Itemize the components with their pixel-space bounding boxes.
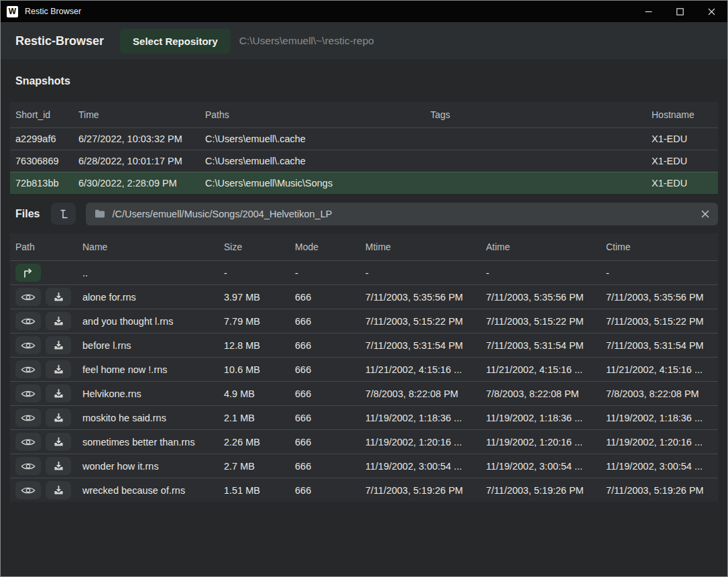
parent-dir-row[interactable]: ..----- bbox=[10, 260, 718, 284]
file-atime: 7/8/2003, 8:22:08 PM bbox=[481, 388, 601, 399]
file-mode: 666 bbox=[290, 364, 360, 375]
file-ctime: 7/11/2003, 5:15:22 PM bbox=[601, 316, 718, 327]
column-header-mode: Mode bbox=[290, 242, 360, 252]
file-atime: 11/19/2002, 3:00:54 ... bbox=[481, 461, 601, 472]
file-row[interactable]: alone for.rns3.97 MB6667/11/2003, 5:35:5… bbox=[10, 284, 718, 309]
column-header-tags: Tags bbox=[425, 109, 646, 120]
snapshot-hostname: X1-EDU bbox=[646, 134, 718, 144]
eye-icon bbox=[21, 389, 36, 399]
preview-file-button[interactable] bbox=[15, 384, 41, 403]
column-header-path: Path bbox=[10, 242, 77, 252]
eye-icon bbox=[21, 413, 36, 423]
file-name: moskito he said.rns bbox=[77, 413, 219, 423]
restore-file-button[interactable] bbox=[46, 409, 71, 427]
close-button[interactable] bbox=[696, 1, 727, 22]
row-actions bbox=[10, 312, 77, 330]
file-row[interactable]: feel home now !.rns10.6 MB66611/21/2002,… bbox=[10, 357, 718, 381]
restore-file-button[interactable] bbox=[46, 384, 71, 403]
maximize-icon bbox=[676, 8, 684, 15]
file-name: alone for.rns bbox=[77, 292, 219, 303]
file-mode: 666 bbox=[290, 340, 360, 351]
minimize-button[interactable] bbox=[633, 1, 664, 22]
file-row[interactable]: before l.rns12.8 MB6667/11/2003, 5:31:54… bbox=[10, 333, 718, 357]
download-icon bbox=[54, 461, 64, 471]
snapshot-row[interactable]: a2299af66/27/2022, 10:03:32 PMC:\Users\e… bbox=[10, 127, 718, 150]
file-ctime: 7/11/2003, 5:31:54 PM bbox=[601, 340, 718, 351]
repository-path: C:\Users\emuell\~\restic-repo bbox=[239, 35, 374, 47]
file-mtime: 11/19/2002, 1:18:36 ... bbox=[360, 413, 481, 423]
file-ctime: 7/11/2003, 5:35:56 PM bbox=[601, 292, 718, 303]
file-row[interactable]: wonder how it.rns2.7 MB66611/19/2002, 3:… bbox=[10, 454, 718, 478]
file-size: 3.97 MB bbox=[219, 292, 290, 303]
snapshot-hostname: X1-EDU bbox=[646, 178, 718, 189]
parent-dir-button[interactable] bbox=[15, 264, 41, 282]
row-actions bbox=[10, 409, 77, 427]
file-ctime: 11/19/2002, 1:18:36 ... bbox=[601, 413, 718, 423]
snapshot-short-id: a2299af6 bbox=[10, 134, 73, 144]
preview-file-button[interactable] bbox=[15, 312, 41, 330]
download-icon bbox=[54, 388, 64, 399]
file-row[interactable]: wrecked because of.rns1.51 MB6667/11/200… bbox=[10, 478, 718, 502]
snapshots-table: Short_idTimePathsTagsHostnamea2299af66/2… bbox=[10, 102, 718, 194]
list-mode-button[interactable] bbox=[51, 203, 76, 225]
file-size: 2.26 MB bbox=[219, 437, 290, 448]
file-name: feel home now !.rns bbox=[77, 364, 219, 375]
file-row[interactable]: moskito he said.rns2.1 MB66611/19/2002, … bbox=[10, 405, 718, 429]
app-header: Restic-Browser Select Repository C:\User… bbox=[1, 22, 727, 60]
restore-file-button[interactable] bbox=[46, 360, 71, 378]
folder-icon bbox=[95, 209, 105, 218]
snapshot-row[interactable]: 763068696/28/2022, 10:01:17 PMC:\Users\e… bbox=[10, 150, 718, 172]
column-header-mtime: Mtime bbox=[360, 242, 481, 252]
restore-file-button[interactable] bbox=[46, 288, 71, 306]
preview-file-button[interactable] bbox=[15, 409, 41, 427]
snapshot-hostname: X1-EDU bbox=[646, 156, 718, 166]
file-ctime: 11/19/2002, 3:00:54 ... bbox=[601, 461, 718, 472]
file-ctime: 11/21/2002, 4:15:16 ... bbox=[601, 364, 718, 375]
eye-icon bbox=[21, 365, 36, 374]
file-mode: 666 bbox=[290, 388, 360, 399]
column-header-short_id: Short_id bbox=[10, 109, 73, 120]
download-icon bbox=[54, 437, 64, 447]
eye-icon bbox=[21, 293, 36, 302]
file-row[interactable]: and you thought l.rns7.79 MB6667/11/2003… bbox=[10, 309, 718, 333]
eye-icon bbox=[21, 437, 36, 447]
column-header-size: Size bbox=[219, 242, 290, 252]
file-atime: 7/11/2003, 5:15:22 PM bbox=[481, 316, 601, 327]
file-row[interactable]: sometimes better than.rns2.26 MB66611/19… bbox=[10, 429, 718, 454]
file-path-bar[interactable]: /C/Users/emuell/Music/Songs/2004_Helveti… bbox=[86, 203, 718, 225]
restore-file-button[interactable] bbox=[46, 336, 71, 354]
preview-file-button[interactable] bbox=[15, 433, 41, 451]
preview-file-button[interactable] bbox=[15, 360, 41, 378]
window-title: Restic Browser bbox=[25, 7, 81, 16]
file-name: wrecked because of.rns bbox=[77, 485, 219, 496]
file-mtime: 11/19/2002, 1:20:16 ... bbox=[360, 437, 481, 448]
snapshot-row[interactable]: 72b813bb6/30/2022, 2:28:09 PMC:\Users\em… bbox=[10, 172, 718, 194]
clear-path-button[interactable] bbox=[694, 210, 709, 218]
maximize-button[interactable] bbox=[664, 1, 696, 22]
file-mtime: 7/11/2003, 5:19:26 PM bbox=[360, 485, 481, 496]
snapshots-heading: Snapshots bbox=[1, 60, 727, 102]
app-logo-icon: W bbox=[7, 6, 18, 17]
file-size: 1.51 MB bbox=[219, 485, 290, 496]
file-size: 10.6 MB bbox=[219, 364, 290, 375]
file-size: 12.8 MB bbox=[219, 340, 290, 351]
file-name: Helvikone.rns bbox=[77, 388, 219, 399]
select-repository-button[interactable]: Select Repository bbox=[120, 29, 231, 54]
file-ctime: - bbox=[601, 268, 718, 278]
preview-file-button[interactable] bbox=[15, 336, 41, 354]
file-mode: 666 bbox=[290, 485, 360, 496]
files-table: PathNameSizeModeMtimeAtimeCtime..-----al… bbox=[10, 233, 718, 502]
preview-file-button[interactable] bbox=[15, 481, 41, 499]
restore-file-button[interactable] bbox=[46, 312, 71, 330]
file-name: and you thought l.rns bbox=[77, 316, 219, 327]
restore-file-button[interactable] bbox=[46, 457, 71, 475]
file-row[interactable]: Helvikone.rns4.9 MB6667/8/2003, 8:22:08 … bbox=[10, 381, 718, 405]
preview-file-button[interactable] bbox=[15, 288, 41, 306]
preview-file-button[interactable] bbox=[15, 457, 41, 475]
restore-file-button[interactable] bbox=[46, 433, 71, 451]
snapshot-paths: C:\Users\emuell\.cache bbox=[200, 134, 425, 144]
restore-file-button[interactable] bbox=[46, 481, 71, 499]
file-mtime: 7/8/2003, 8:22:08 PM bbox=[360, 388, 481, 399]
file-name: sometimes better than.rns bbox=[77, 437, 219, 448]
up-arrow-icon bbox=[22, 268, 34, 278]
